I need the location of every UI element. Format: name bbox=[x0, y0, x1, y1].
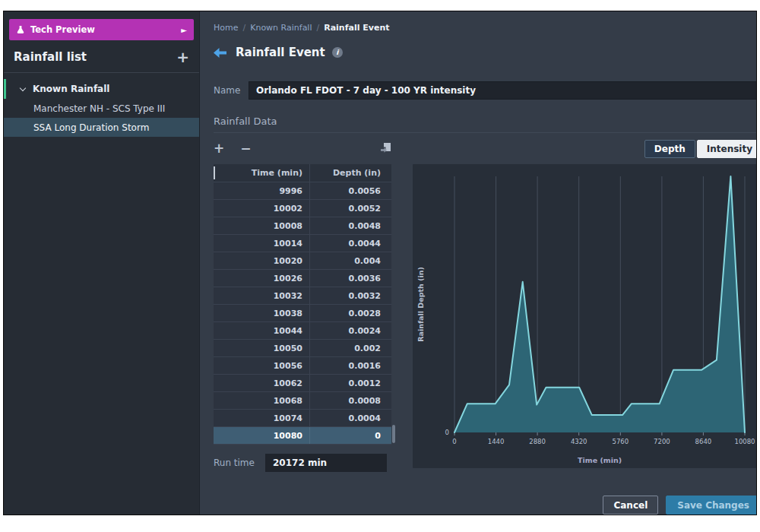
breadcrumb-home[interactable]: Home bbox=[214, 23, 238, 33]
svg-text:7200: 7200 bbox=[654, 438, 670, 445]
table-row[interactable]: 100740.0004 bbox=[214, 410, 391, 427]
data-body-row: Time (min)Depth (in) 99960.0056100020.00… bbox=[214, 164, 757, 472]
breadcrumb-rainfall-event: Rainfall Event bbox=[324, 23, 389, 33]
chevron-right-icon: ► bbox=[181, 26, 187, 34]
main-header: Home/Known Rainfall/Rainfall Event Rainf… bbox=[200, 11, 757, 62]
table-row[interactable]: 100440.0024 bbox=[214, 322, 391, 340]
table-row[interactable]: 100560.0016 bbox=[214, 357, 391, 375]
table-edit-cursor bbox=[214, 166, 215, 179]
table-row[interactable]: 99960.0056 bbox=[214, 182, 391, 200]
page-title: Rainfall Event bbox=[236, 46, 325, 59]
cell-depth[interactable]: 0.0036 bbox=[310, 270, 388, 287]
table-row[interactable]: 100260.0036 bbox=[214, 270, 391, 287]
tree-group-known-rainfall[interactable]: Known Rainfall bbox=[4, 79, 199, 99]
run-time-value: 20172 min bbox=[265, 454, 387, 472]
cell-depth[interactable]: 0 bbox=[310, 427, 388, 444]
cell-depth[interactable]: 0.002 bbox=[310, 340, 388, 356]
table-row[interactable]: 100200.004 bbox=[214, 252, 391, 270]
table-header: Time (min)Depth (in) bbox=[214, 164, 391, 182]
table-column: Time (min)Depth (in) 99960.0056100020.00… bbox=[214, 164, 391, 472]
sidebar: Tech Preview ► Rainfall list + Known Rai… bbox=[4, 11, 200, 515]
chevron-down-icon[interactable] bbox=[20, 84, 26, 90]
cell-depth[interactable]: 0.0008 bbox=[310, 392, 388, 409]
cell-time[interactable]: 10038 bbox=[214, 305, 310, 321]
cell-time[interactable]: 10008 bbox=[214, 217, 310, 234]
cell-time[interactable]: 10080 bbox=[214, 427, 310, 444]
cell-depth[interactable]: 0.004 bbox=[310, 252, 388, 269]
rainfall-chart-panel: 0144028804320576072008640100800Time (min… bbox=[413, 164, 757, 468]
cell-depth[interactable]: 0.0048 bbox=[310, 217, 388, 234]
svg-text:8640: 8640 bbox=[695, 438, 712, 445]
svg-text:4320: 4320 bbox=[571, 438, 587, 445]
footer-actions: Cancel Save Changes bbox=[214, 496, 757, 515]
section-divider bbox=[214, 132, 757, 133]
paste-data-icon[interactable] bbox=[381, 143, 391, 154]
tree-item-manchester-nh-scs-type-iii[interactable]: Manchester NH - SCS Type III bbox=[4, 99, 199, 118]
cell-time[interactable]: 10074 bbox=[214, 410, 310, 426]
add-row-button[interactable]: + bbox=[214, 142, 224, 155]
table-scrollbar[interactable] bbox=[392, 182, 396, 445]
column-header-depth-in[interactable]: Depth (in) bbox=[310, 164, 388, 182]
cell-time[interactable]: 10026 bbox=[214, 270, 310, 287]
rainfall-table: Time (min)Depth (in) 99960.0056100020.00… bbox=[214, 164, 391, 445]
scrollbar-handle[interactable] bbox=[392, 425, 395, 443]
tech-preview-banner[interactable]: Tech Preview ► bbox=[9, 19, 194, 40]
cell-time[interactable]: 10002 bbox=[214, 200, 310, 217]
svg-text:2880: 2880 bbox=[529, 438, 546, 445]
name-label: Name bbox=[214, 85, 249, 96]
table-row[interactable]: 100020.0052 bbox=[214, 200, 391, 217]
app-window: Tech Preview ► Rainfall list + Known Rai… bbox=[3, 11, 757, 515]
table-row[interactable]: 100140.0044 bbox=[214, 235, 391, 252]
info-icon[interactable]: i bbox=[332, 47, 343, 58]
cell-time[interactable]: 9996 bbox=[214, 182, 310, 199]
remove-row-button[interactable]: − bbox=[240, 142, 251, 155]
breadcrumb-known-rainfall[interactable]: Known Rainfall bbox=[250, 23, 312, 33]
cell-depth[interactable]: 0.0052 bbox=[310, 200, 388, 217]
add-rainfall-button[interactable]: + bbox=[176, 49, 189, 65]
back-button[interactable] bbox=[214, 48, 226, 58]
svg-text:Time (min): Time (min) bbox=[578, 456, 622, 464]
table-row[interactable]: 100800 bbox=[214, 427, 391, 445]
tree-group-accent-bar bbox=[4, 79, 6, 99]
cell-depth[interactable]: 0.0032 bbox=[310, 287, 388, 304]
toggle-depth[interactable]: Depth bbox=[644, 140, 695, 158]
toggle-intensity[interactable]: Intensity bbox=[697, 140, 757, 158]
main-panel: Home/Known Rainfall/Rainfall Event Rainf… bbox=[200, 11, 757, 515]
cell-time[interactable]: 10062 bbox=[214, 375, 310, 391]
cell-time[interactable]: 10044 bbox=[214, 322, 310, 339]
cell-depth[interactable]: 0.0056 bbox=[310, 182, 388, 199]
column-header-time-min[interactable]: Time (min) bbox=[214, 164, 310, 182]
cell-time[interactable]: 10056 bbox=[214, 357, 310, 374]
table-row[interactable]: 100320.0032 bbox=[214, 287, 391, 305]
svg-text:5760: 5760 bbox=[612, 438, 629, 445]
table-row[interactable]: 100500.002 bbox=[214, 340, 391, 357]
tree-item-ssa-long-duration-storm[interactable]: SSA Long Duration Storm bbox=[4, 118, 199, 137]
cell-depth[interactable]: 0.0024 bbox=[310, 322, 388, 339]
table-row[interactable]: 100620.0012 bbox=[214, 375, 391, 392]
table-row[interactable]: 100080.0048 bbox=[214, 217, 391, 235]
cell-time[interactable]: 10014 bbox=[214, 235, 310, 252]
name-row: Name bbox=[214, 81, 757, 100]
name-input[interactable] bbox=[249, 81, 757, 100]
breadcrumb: Home/Known Rainfall/Rainfall Event bbox=[214, 23, 757, 33]
content-area: Name Rainfall Data + − bbox=[200, 71, 757, 515]
cell-time[interactable]: 10068 bbox=[214, 392, 310, 409]
tree-group-label: Known Rainfall bbox=[33, 84, 109, 94]
cell-depth[interactable]: 0.0012 bbox=[310, 375, 388, 391]
table-row[interactable]: 100680.0008 bbox=[214, 392, 391, 410]
save-changes-button[interactable]: Save Changes bbox=[666, 496, 757, 515]
cell-depth[interactable]: 0.0028 bbox=[310, 305, 388, 321]
cell-depth[interactable]: 0.0044 bbox=[310, 235, 388, 252]
table-row[interactable]: 100380.0028 bbox=[214, 305, 391, 322]
cell-depth[interactable]: 0.0004 bbox=[310, 410, 388, 426]
depth-intensity-toggle: DepthIntensity bbox=[644, 140, 757, 158]
breadcrumb-separator: / bbox=[316, 23, 319, 33]
cell-time[interactable]: 10032 bbox=[214, 287, 310, 304]
run-time-label: Run time bbox=[214, 458, 265, 468]
cell-depth[interactable]: 0.0016 bbox=[310, 357, 388, 374]
cancel-button[interactable]: Cancel bbox=[603, 496, 658, 515]
cell-time[interactable]: 10050 bbox=[214, 340, 310, 356]
toolbar-row: + − DepthIntensity bbox=[214, 138, 757, 159]
cell-time[interactable]: 10020 bbox=[214, 252, 310, 269]
svg-text:1440: 1440 bbox=[488, 438, 505, 445]
